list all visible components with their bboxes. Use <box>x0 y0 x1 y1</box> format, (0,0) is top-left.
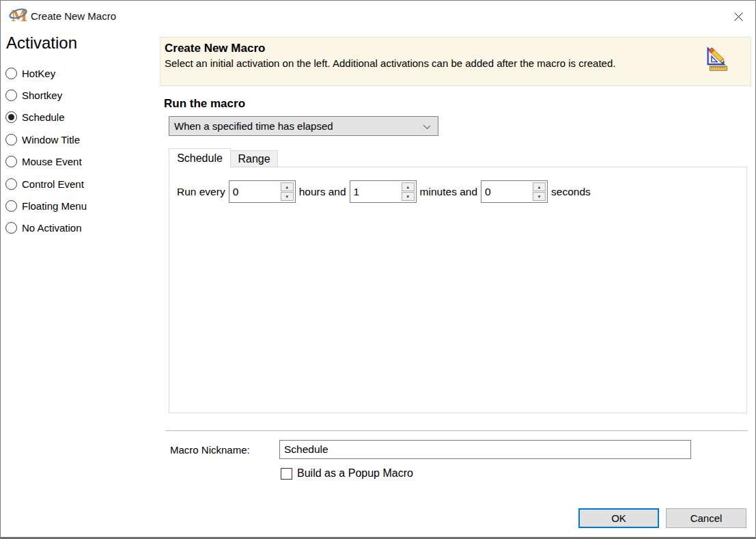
radio-label: Floating Menu <box>22 200 87 212</box>
activation-heading: Activation <box>1 33 160 53</box>
chevron-down-icon <box>423 122 430 129</box>
macro-nickname-input[interactable] <box>279 440 691 459</box>
radio-label: Schedule <box>22 111 65 123</box>
seconds-value[interactable]: 0 <box>481 186 491 198</box>
radio-circle[interactable] <box>5 178 17 190</box>
tab-range[interactable]: Range <box>231 150 278 167</box>
drafting-tools-icon <box>705 44 730 74</box>
radio-circle[interactable] <box>5 111 17 123</box>
activation-sidebar: Activation HotKey Shortkey Schedule Wind… <box>1 33 160 239</box>
window-title: Create New Macro <box>31 10 116 22</box>
minutes-spin-buttons: ▲ ▼ <box>402 182 415 201</box>
tab-schedule[interactable]: Schedule <box>169 148 231 168</box>
title-bar: M Create New Macro <box>1 1 755 31</box>
hours-spin-up-icon[interactable]: ▲ <box>281 182 294 191</box>
radio-item-window-title[interactable]: Window Title <box>1 128 160 150</box>
macro-nickname-label: Macro Nickname: <box>170 444 250 456</box>
close-button[interactable] <box>726 6 751 27</box>
banner-subtitle: Select an initial activation on the left… <box>165 57 615 69</box>
radio-label: Mouse Event <box>22 156 82 167</box>
seconds-spinner[interactable]: 0 ▲ ▼ <box>481 180 548 203</box>
macro-express-logo-icon: M <box>9 6 27 25</box>
radio-circle[interactable] <box>5 156 17 167</box>
radio-item-shortkey[interactable]: Shortkey <box>1 84 160 106</box>
dropdown-selected-value: When a specified time has elapsed <box>169 120 333 132</box>
activation-type-dropdown[interactable]: When a specified time has elapsed <box>169 116 438 136</box>
close-icon <box>734 12 743 21</box>
radio-circle[interactable] <box>5 89 17 101</box>
seconds-spin-up-icon[interactable]: ▲ <box>533 182 546 191</box>
seconds-spin-buttons: ▲ ▼ <box>533 182 546 201</box>
radio-label: Window Title <box>22 134 80 146</box>
radio-label: Shortkey <box>22 89 62 101</box>
info-banner: Create New Macro Select an initial activ… <box>160 37 751 86</box>
popup-macro-checkbox[interactable] <box>281 468 292 480</box>
schedule-tab-panel: Run every 0 ▲ ▼ hours and 1 ▲ ▼ minutes … <box>169 167 747 413</box>
minutes-spin-down-icon[interactable]: ▼ <box>402 192 415 201</box>
minutes-label: minutes and <box>420 186 477 198</box>
seconds-spin-down-icon[interactable]: ▼ <box>533 192 546 201</box>
run-every-row: Run every 0 ▲ ▼ hours and 1 ▲ ▼ minutes … <box>177 180 594 203</box>
radio-item-floating-menu[interactable]: Floating Menu <box>1 195 160 217</box>
radio-label: No Activation <box>22 222 82 234</box>
radio-label: HotKey <box>22 68 55 79</box>
section-divider <box>165 430 748 432</box>
radio-item-control-event[interactable]: Control Event <box>1 173 160 195</box>
cancel-button[interactable]: Cancel <box>666 508 746 528</box>
hours-spinner[interactable]: 0 ▲ ▼ <box>229 180 296 203</box>
hours-value[interactable]: 0 <box>229 186 239 198</box>
popup-macro-label: Build as a Popup Macro <box>297 467 413 480</box>
radio-circle[interactable] <box>5 222 17 234</box>
radio-circle[interactable] <box>5 68 17 79</box>
radio-item-mouse-event[interactable]: Mouse Event <box>1 151 160 173</box>
schedule-tabs: Schedule Range <box>169 148 278 167</box>
banner-title: Create New Macro <box>165 42 265 55</box>
run-the-macro-heading: Run the macro <box>164 97 245 111</box>
seconds-label: seconds <box>551 186 591 198</box>
radio-circle[interactable] <box>5 134 17 146</box>
radio-label: Control Event <box>22 178 84 190</box>
minutes-value[interactable]: 1 <box>350 186 360 198</box>
minutes-spin-up-icon[interactable]: ▲ <box>402 182 415 191</box>
radio-circle[interactable] <box>5 200 17 212</box>
radio-item-hotkey[interactable]: HotKey <box>1 62 160 84</box>
radio-item-no-activation[interactable]: No Activation <box>1 217 160 239</box>
hours-label: hours and <box>299 186 346 198</box>
minutes-spinner[interactable]: 1 ▲ ▼ <box>350 180 417 203</box>
ok-button[interactable]: OK <box>578 508 659 528</box>
radio-item-schedule[interactable]: Schedule <box>1 107 160 128</box>
popup-macro-checkbox-row[interactable]: Build as a Popup Macro <box>281 467 413 480</box>
run-every-label: Run every <box>177 186 225 198</box>
hours-spin-buttons: ▲ ▼ <box>281 182 294 201</box>
create-new-macro-dialog: M Create New Macro Activation HotKey Sho… <box>0 0 756 539</box>
activation-radio-list: HotKey Shortkey Schedule Window Title Mo… <box>1 62 160 239</box>
hours-spin-down-icon[interactable]: ▼ <box>281 192 294 201</box>
